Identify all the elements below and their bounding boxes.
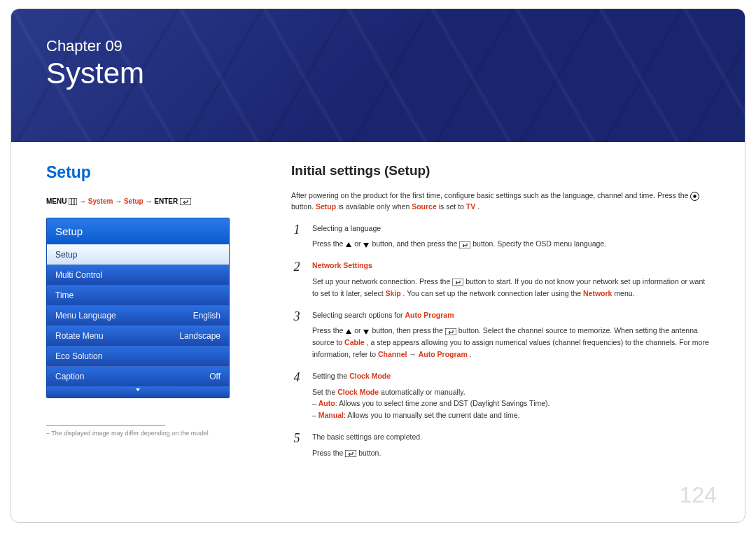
breadcrumb-menu: MENU bbox=[46, 197, 66, 205]
breadcrumb-setup: Setup bbox=[124, 197, 144, 205]
chevron-down-icon bbox=[134, 386, 141, 393]
osd-item-setup[interactable]: Setup bbox=[47, 244, 229, 265]
osd-item-caption[interactable]: Caption Off bbox=[47, 366, 229, 386]
chapter-title: System bbox=[46, 57, 710, 90]
footnote-divider bbox=[46, 425, 165, 426]
up-triangle-icon bbox=[345, 241, 352, 248]
svg-rect-0 bbox=[69, 198, 77, 205]
step-body: Press the or button, then press the butt… bbox=[312, 325, 710, 360]
step-title: Network Settings bbox=[312, 260, 710, 272]
bullet-auto: Auto: Allows you to select time zone and… bbox=[312, 398, 710, 409]
svg-marker-11 bbox=[346, 329, 351, 334]
osd-item-rotate-menu[interactable]: Rotate Menu Landscape bbox=[47, 325, 229, 346]
manual-page: Chapter 09 System Setup MENU → System → … bbox=[10, 8, 746, 523]
chapter-label: Chapter 09 bbox=[46, 37, 710, 55]
step-body: Set the Clock Mode automatically or manu… bbox=[312, 386, 710, 398]
svg-marker-12 bbox=[363, 330, 369, 335]
svg-marker-7 bbox=[346, 242, 351, 247]
step-2: 2 Network Settings Set up your network c… bbox=[291, 260, 710, 299]
left-column: Setup MENU → System → Setup → ENTER Setu… bbox=[46, 163, 242, 468]
enter-icon bbox=[452, 279, 463, 286]
step-body: Press the button. bbox=[312, 447, 710, 459]
down-triangle-icon bbox=[363, 328, 370, 335]
enter-icon bbox=[345, 450, 356, 457]
osd-menu-panel: Setup Setup Multi Control Time Menu Lang… bbox=[46, 218, 230, 398]
step-number: 2 bbox=[291, 260, 302, 299]
svg-marker-8 bbox=[363, 243, 369, 248]
enter-icon bbox=[459, 241, 470, 248]
content-area: Setup MENU → System → Setup → ENTER Setu… bbox=[11, 142, 745, 468]
osd-item-time[interactable]: Time bbox=[47, 285, 229, 305]
footnote-text: The displayed image may differ depending… bbox=[46, 430, 242, 437]
svg-rect-3 bbox=[180, 198, 191, 205]
page-number: 124 bbox=[680, 482, 717, 508]
step-title: The basic settings are completed. bbox=[312, 431, 710, 443]
step-number: 1 bbox=[291, 223, 302, 251]
chapter-banner: Chapter 09 System bbox=[11, 9, 745, 142]
osd-item-menu-language[interactable]: Menu Language English bbox=[47, 305, 229, 325]
right-column: Initial settings (Setup) After powering … bbox=[291, 163, 710, 468]
svg-rect-10 bbox=[452, 279, 463, 286]
step-title: Selecting search options for Auto Progra… bbox=[312, 309, 710, 321]
breadcrumb-system: System bbox=[88, 197, 113, 205]
svg-rect-14 bbox=[345, 450, 356, 457]
svg-marker-4 bbox=[136, 388, 140, 391]
step-4: 4 Setting the Clock Mode Set the Clock M… bbox=[291, 370, 710, 421]
initial-settings-heading: Initial settings (Setup) bbox=[291, 163, 710, 178]
step-1: 1 Selecting a language Press the or butt… bbox=[291, 223, 710, 251]
menu-breadcrumb: MENU → System → Setup → ENTER bbox=[46, 197, 242, 205]
section-heading-setup: Setup bbox=[46, 163, 242, 182]
step-number: 5 bbox=[291, 431, 302, 459]
enter-icon bbox=[445, 328, 456, 335]
lead-paragraph: After powering on the product for the fi… bbox=[291, 190, 710, 213]
svg-rect-13 bbox=[445, 328, 456, 335]
step-5: 5 The basic settings are completed. Pres… bbox=[291, 431, 710, 459]
step-title: Selecting a language bbox=[312, 223, 710, 234]
enter-icon bbox=[180, 198, 191, 205]
osd-item-multi-control[interactable]: Multi Control bbox=[47, 265, 229, 285]
osd-menu-header: Setup bbox=[47, 218, 229, 244]
breadcrumb-enter: ENTER bbox=[154, 197, 178, 205]
step-number: 3 bbox=[291, 309, 302, 360]
step-3: 3 Selecting search options for Auto Prog… bbox=[291, 309, 710, 360]
svg-rect-9 bbox=[459, 241, 470, 248]
menu-grid-icon bbox=[69, 198, 77, 205]
circle-m-icon bbox=[690, 192, 699, 201]
step-title: Setting the Clock Mode bbox=[312, 370, 710, 382]
bullet-manual: Manual: Allows you to manually set the c… bbox=[312, 409, 710, 421]
up-triangle-icon bbox=[345, 328, 352, 335]
osd-item-eco-solution[interactable]: Eco Solution bbox=[47, 346, 229, 366]
down-triangle-icon bbox=[363, 241, 370, 248]
step-body: Press the or button, and then press the … bbox=[312, 238, 710, 250]
svg-point-6 bbox=[694, 195, 696, 197]
osd-scroll-down[interactable] bbox=[47, 386, 229, 398]
step-body: Set up your network connection. Press th… bbox=[312, 276, 710, 300]
step-number: 4 bbox=[291, 370, 302, 421]
